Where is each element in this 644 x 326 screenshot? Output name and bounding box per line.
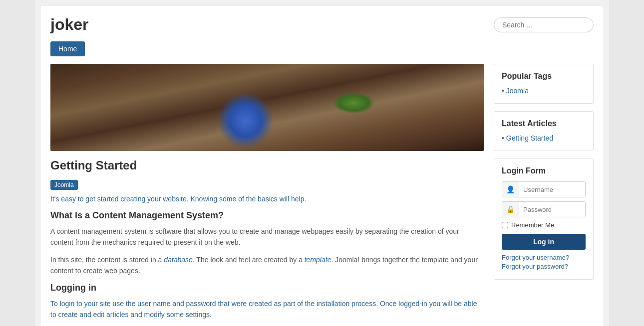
login-form-box: Login Form 👤 🔒 Remember Me Log in For — [494, 159, 594, 280]
username-input[interactable] — [519, 182, 585, 197]
section1-para1: A content management system is software … — [50, 226, 484, 248]
popular-tags-title: Popular Tags — [502, 72, 586, 81]
nav-bar: Home — [50, 41, 594, 56]
home-button[interactable]: Home — [50, 41, 85, 56]
content-layout: Getting Started Joomla It's easy to get … — [50, 64, 594, 326]
remember-row: Remember Me — [502, 221, 586, 229]
latest-articles-title: Latest Articles — [502, 119, 586, 128]
login-form-title: Login Form — [502, 166, 586, 175]
section1-para2: In this site, the content is stored in a… — [50, 254, 484, 277]
sidebar: Popular Tags Joomla Latest Articles Gett… — [494, 64, 594, 326]
search-input[interactable] — [494, 17, 594, 32]
list-item: Joomla — [502, 86, 586, 96]
section2-para1: To login to your site use the user name … — [50, 298, 484, 321]
latest-articles-box: Latest Articles Getting Started — [494, 111, 594, 151]
site-title: joker — [50, 15, 88, 34]
password-input-group: 🔒 — [502, 201, 586, 217]
intro-text: It's easy to get started creating your w… — [50, 195, 484, 203]
main-container: joker Home Getting Started Joomla It — [40, 5, 604, 326]
database-link[interactable]: database — [164, 256, 193, 264]
joomla-tag[interactable]: Joomla — [50, 180, 78, 190]
header: joker — [50, 15, 594, 34]
main-content: Getting Started Joomla It's easy to get … — [50, 64, 484, 326]
popular-tags-list: Joomla — [502, 86, 586, 96]
login-button[interactable]: Log in — [502, 234, 586, 250]
section2-title: Logging in — [50, 283, 484, 293]
list-item: Getting Started — [502, 133, 586, 143]
popular-tag-joomla-link[interactable]: Joomla — [506, 87, 529, 95]
latest-articles-list: Getting Started — [502, 133, 586, 143]
forgot-username-link[interactable]: Forgot your username? — [502, 254, 586, 261]
hero-image — [50, 64, 484, 151]
section1-title: What is a Content Management System? — [50, 210, 484, 221]
article-title: Getting Started — [50, 159, 484, 172]
remember-me-label: Remember Me — [511, 221, 554, 229]
password-input[interactable] — [519, 202, 585, 217]
username-input-group: 👤 — [502, 181, 586, 197]
forgot-password-link[interactable]: Forgot your password? — [502, 263, 586, 270]
popular-tags-box: Popular Tags Joomla — [494, 64, 594, 104]
getting-started-link[interactable]: Getting Started — [506, 134, 553, 142]
remember-me-checkbox[interactable] — [502, 222, 508, 228]
lock-icon: 🔒 — [502, 202, 519, 217]
user-icon: 👤 — [502, 182, 519, 197]
template-link[interactable]: template — [305, 256, 331, 264]
page-wrapper: joker Home Getting Started Joomla It — [35, 0, 609, 326]
hero-image-inner — [50, 64, 484, 151]
